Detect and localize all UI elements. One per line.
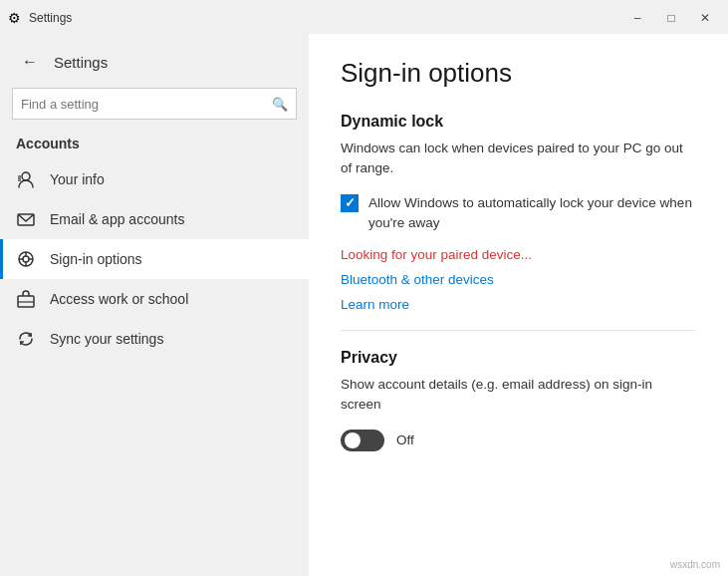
checkmark-icon: ✓ — [345, 196, 356, 209]
back-button[interactable]: ← — [16, 48, 44, 76]
allow-lock-label: Allow Windows to automatically lock your… — [368, 193, 696, 234]
svg-point-6 — [23, 256, 29, 262]
privacy-desc: Show account details (e.g. email address… — [341, 375, 696, 416]
sidebar-section-label: Accounts — [0, 132, 309, 159]
sidebar-item-label: Sign-in options — [50, 251, 142, 267]
your-info-icon — [16, 169, 36, 189]
maximize-button[interactable]: □ — [656, 7, 686, 29]
sidebar-header: ← Settings — [0, 34, 309, 84]
sidebar: ← Settings 🔍 Accounts Your info — [0, 34, 309, 576]
looking-for-device-link[interactable]: Looking for your paired device... — [341, 247, 696, 262]
section-divider — [341, 330, 696, 331]
toggle-knob — [345, 432, 361, 448]
sidebar-item-label: Access work or school — [50, 291, 188, 307]
sidebar-item-sync[interactable]: Sync your settings — [0, 319, 309, 359]
title-bar-title: Settings — [29, 11, 72, 25]
sidebar-item-your-info[interactable]: Your info — [0, 159, 309, 199]
sidebar-item-label: Sync your settings — [50, 331, 163, 347]
title-bar-icon: ⚙ — [8, 10, 21, 26]
bluetooth-link[interactable]: Bluetooth & other devices — [341, 272, 696, 287]
page-title: Sign-in options — [341, 58, 696, 89]
search-input[interactable] — [21, 97, 272, 112]
minimize-button[interactable]: – — [622, 7, 652, 29]
privacy-toggle[interactable] — [341, 430, 384, 451]
learn-more-link[interactable]: Learn more — [341, 297, 696, 312]
allow-lock-row: ✓ Allow Windows to automatically lock yo… — [341, 193, 696, 234]
sign-in-icon — [16, 249, 36, 269]
dynamic-lock-title: Dynamic lock — [341, 113, 696, 131]
sidebar-item-sign-in[interactable]: Sign-in options — [0, 239, 309, 279]
sidebar-item-email[interactable]: Email & app accounts — [0, 199, 309, 239]
title-bar: ⚙ Settings – □ ✕ — [0, 0, 728, 34]
sidebar-item-work-school[interactable]: Access work or school — [0, 279, 309, 319]
dynamic-lock-desc: Windows can lock when devices paired to … — [341, 139, 696, 179]
sidebar-item-label: Email & app accounts — [50, 211, 184, 227]
toggle-label: Off — [396, 432, 414, 447]
watermark: wsxdn.com — [670, 559, 720, 570]
allow-lock-checkbox[interactable]: ✓ — [341, 194, 359, 212]
title-bar-left: ⚙ Settings — [8, 10, 72, 26]
title-bar-controls: – □ ✕ — [622, 7, 720, 29]
email-icon — [16, 209, 36, 229]
main-content: Sign-in options Dynamic lock Windows can… — [309, 34, 728, 576]
sidebar-item-label: Your info — [50, 171, 105, 187]
sync-icon — [16, 329, 36, 349]
search-box[interactable]: 🔍 — [12, 88, 297, 120]
privacy-toggle-row: Off — [341, 430, 696, 451]
work-school-icon — [16, 289, 36, 309]
svg-point-0 — [22, 172, 30, 180]
search-icon: 🔍 — [272, 97, 288, 112]
close-button[interactable]: ✕ — [690, 7, 720, 29]
privacy-title: Privacy — [341, 349, 696, 367]
window-body: ← Settings 🔍 Accounts Your info — [0, 34, 728, 576]
sidebar-app-title: Settings — [54, 54, 108, 71]
